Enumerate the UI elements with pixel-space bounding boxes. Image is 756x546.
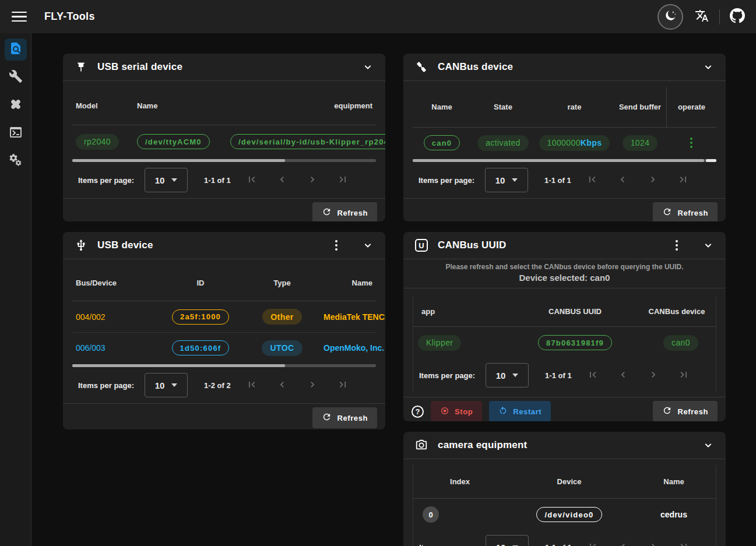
- stop-button[interactable]: Stop: [431, 401, 482, 421]
- pagination: Items per page: 10 1-1 of 1: [413, 358, 716, 392]
- col-state: State: [471, 103, 535, 111]
- refresh-button[interactable]: Refresh: [653, 401, 718, 421]
- usb-device-card: USB device Bus/Device ID Type Name 004/0…: [63, 232, 385, 429]
- canbus-device-card: CANBus device Name State rate Send buffe…: [403, 54, 726, 221]
- github-button[interactable]: [727, 6, 748, 27]
- table-row: can0 activated 1000000Kbps 1024: [413, 128, 716, 158]
- next-page-icon[interactable]: [648, 541, 659, 546]
- card-menu-icon[interactable]: [329, 238, 343, 252]
- items-per-page-label: Items per page:: [78, 381, 134, 390]
- last-page-icon[interactable]: [678, 369, 690, 382]
- sidebar: [0, 33, 31, 546]
- next-page-icon[interactable]: [307, 174, 318, 187]
- rate-chip: 1000000Kbps: [539, 135, 610, 151]
- page-size-select[interactable]: 10: [485, 168, 528, 192]
- table-row: rp2040 /dev/ttyACM0 /dev/serial/by-id/us…: [72, 125, 376, 158]
- usb-device-card-header: USB device: [63, 232, 385, 259]
- caret-down-icon: [171, 178, 177, 182]
- table-row: Klipper 87b0631981f9 can0: [413, 327, 716, 358]
- dark-mode-button[interactable]: [657, 4, 683, 30]
- last-page-icon[interactable]: [678, 541, 690, 546]
- chevron-down-icon[interactable]: [701, 61, 715, 73]
- sidebar-item-settings[interactable]: [5, 150, 27, 172]
- page-size-select[interactable]: 10: [486, 363, 529, 388]
- prev-page-icon[interactable]: [617, 174, 628, 187]
- type-chip: Other: [262, 309, 301, 325]
- refresh-button[interactable]: Refresh: [312, 407, 377, 428]
- table-header: Name State rate Send buffer operate: [413, 87, 716, 128]
- prev-page-icon[interactable]: [276, 379, 288, 392]
- menu-icon[interactable]: [12, 12, 27, 22]
- chevron-down-icon[interactable]: [361, 61, 375, 73]
- page-size-select[interactable]: 10: [145, 373, 188, 397]
- page-size-select[interactable]: 10: [486, 535, 529, 546]
- id-chip: 2a5f:1000: [172, 309, 229, 325]
- caret-down-icon: [512, 374, 518, 377]
- col-bus-device: Bus/Device: [72, 279, 157, 287]
- app-chip: Klipper: [418, 335, 461, 351]
- canbus-uuid-card: U CANBus UUID Please refresh and select …: [403, 232, 726, 421]
- first-page-icon[interactable]: [587, 541, 599, 546]
- usb-serial-card: USB serial device Model Name equipment r…: [63, 54, 385, 221]
- last-page-icon[interactable]: [337, 174, 349, 187]
- name-value: cedrus: [632, 510, 716, 519]
- col-uuid: CANBUS UUID: [512, 307, 638, 316]
- camera-card: camera equipment Index Device Name 0 /de…: [403, 432, 726, 546]
- camera-icon: [414, 439, 429, 452]
- refresh-button[interactable]: Refresh: [653, 202, 718, 221]
- state-chip: activated: [477, 135, 529, 151]
- refresh-button[interactable]: Refresh: [312, 202, 377, 221]
- alpha-u-box-icon: U: [414, 239, 429, 252]
- chevron-down-icon[interactable]: [361, 239, 375, 251]
- translate-button[interactable]: [691, 6, 712, 27]
- last-page-icon[interactable]: [677, 174, 689, 187]
- horizontal-scrollbar[interactable]: [72, 159, 376, 162]
- cable-icon: [414, 61, 429, 73]
- index-chip: 0: [423, 506, 439, 523]
- sidebar-item-service[interactable]: [5, 94, 27, 117]
- uuid-hint-block: Please refresh and select the CANbus dev…: [403, 259, 726, 288]
- sidebar-item-terminal[interactable]: [5, 122, 27, 145]
- sidebar-item-device-query[interactable]: [5, 38, 27, 61]
- prev-page-icon[interactable]: [617, 541, 629, 546]
- page-size-select[interactable]: 10: [145, 168, 188, 192]
- device-chip: /dev/video0: [536, 507, 602, 522]
- name-value: OpenMoko, Inc. Geschwister: [320, 343, 385, 353]
- pagination: Items per page: 10 1-2 of 2: [72, 367, 376, 403]
- col-index: Index: [413, 477, 507, 486]
- table-row: 0 /dev/video0 cedrus: [413, 499, 716, 530]
- sidebar-item-tools[interactable]: [5, 66, 27, 89]
- cogs-icon: [8, 153, 23, 170]
- restart-icon: [498, 406, 508, 417]
- first-page-icon[interactable]: [246, 174, 258, 187]
- card-actions: ? Stop Restart Refresh: [403, 397, 726, 421]
- row-menu-icon[interactable]: [684, 136, 698, 150]
- chevron-down-icon[interactable]: [701, 439, 715, 451]
- horizontal-scrollbar[interactable]: [413, 159, 716, 162]
- last-page-icon[interactable]: [337, 379, 349, 392]
- prev-page-icon[interactable]: [276, 174, 288, 187]
- first-page-icon[interactable]: [246, 379, 258, 392]
- card-title: USB serial device: [97, 61, 182, 73]
- next-page-icon[interactable]: [307, 379, 318, 392]
- next-page-icon[interactable]: [647, 174, 659, 187]
- prev-page-icon[interactable]: [617, 369, 629, 382]
- canbus-uuid-card-header: U CANBus UUID: [403, 232, 726, 259]
- horizontal-scrollbar[interactable]: [72, 364, 376, 367]
- name-value: MediaTek TENCENT WLAN: [320, 312, 385, 322]
- page-range: 1-2 of 2: [204, 381, 231, 390]
- table-row: 004/002 2a5f:1000 Other MediaTek TENCENT…: [72, 301, 376, 332]
- first-page-icon[interactable]: [587, 369, 599, 382]
- chevron-down-icon[interactable]: [701, 239, 715, 251]
- card-actions: Refresh: [63, 198, 385, 221]
- next-page-icon[interactable]: [648, 369, 659, 382]
- uuid-hint: Please refresh and select the CANbus dev…: [409, 263, 720, 271]
- col-type: Type: [244, 279, 320, 287]
- moon-stars-icon: [663, 9, 677, 25]
- card-menu-icon[interactable]: [670, 238, 684, 252]
- first-page-icon[interactable]: [586, 174, 598, 187]
- restart-button[interactable]: Restart: [489, 401, 551, 421]
- caret-down-icon: [171, 383, 177, 387]
- col-name: Name: [320, 279, 376, 287]
- help-icon[interactable]: ?: [412, 406, 424, 418]
